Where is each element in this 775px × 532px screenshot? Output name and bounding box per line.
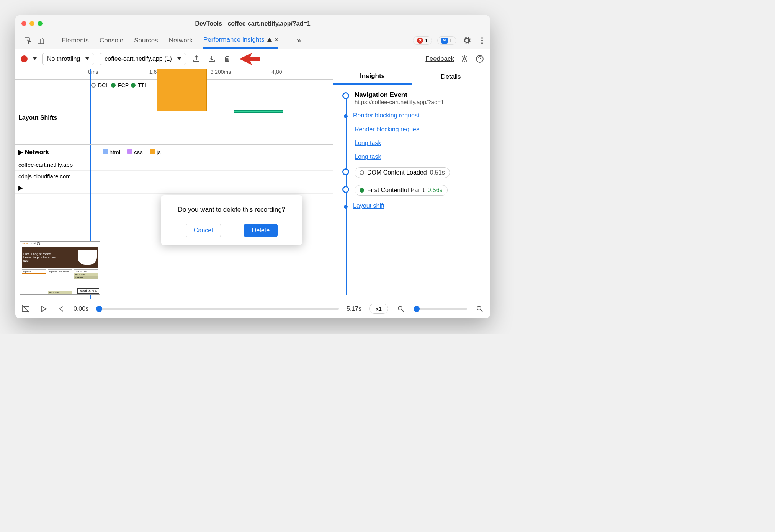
- timeline-dot: [344, 114, 348, 118]
- thumbnail-total: Total: $0.00: [77, 288, 99, 294]
- import-icon[interactable]: [207, 54, 217, 64]
- svg-rect-2: [41, 39, 44, 44]
- css-legend-icon: [127, 149, 132, 154]
- message-badge[interactable]: ✉ 1: [437, 36, 456, 45]
- navigation-event-title: Navigation Event: [355, 91, 444, 99]
- panel-tabbar: Elements Console Sources Network Perform…: [15, 32, 490, 49]
- chevron-down-icon: [85, 57, 89, 60]
- throttling-select[interactable]: No throttling: [42, 53, 94, 65]
- playback-start-time: 0.00s: [74, 305, 88, 312]
- insights-list: Navigation Event https://coffee-cart.net…: [333, 85, 490, 299]
- render-expand-icon[interactable]: ▶: [15, 182, 333, 194]
- lcp-block[interactable]: [157, 69, 207, 111]
- network-row[interactable]: coffee-cart.netlify.app: [15, 159, 333, 171]
- help-icon[interactable]: [475, 54, 485, 64]
- rewind-icon[interactable]: [56, 304, 66, 314]
- dialog-message: Do you want to delete this recording?: [170, 206, 293, 214]
- network-row[interactable]: cdnjs.cloudflare.com: [15, 171, 333, 182]
- js-legend-icon: [150, 149, 155, 154]
- titlebar: DevTools - coffee-cart.netlify.app/?ad=1: [15, 15, 490, 32]
- svg-point-6: [463, 58, 466, 60]
- close-window[interactable]: [21, 21, 26, 26]
- tab-network[interactable]: Network: [169, 32, 193, 49]
- long-task-link[interactable]: Long task: [355, 153, 381, 160]
- tabs-overflow-icon[interactable]: »: [297, 36, 301, 45]
- chevron-down-icon: [177, 57, 181, 60]
- settings-gear-icon[interactable]: [462, 36, 472, 46]
- delete-confirmation-dialog: Do you want to delete this recording? Ca…: [161, 195, 302, 245]
- insights-panel: Insights Details Navigation Event https:…: [333, 69, 490, 299]
- ruler-tick: 3,200ms: [211, 69, 272, 79]
- tab-console[interactable]: Console: [100, 32, 123, 49]
- dcl-chip-icon: [360, 170, 364, 175]
- recording-select[interactable]: coffee-cart.netlify.app (1): [100, 53, 186, 65]
- message-icon: ✉: [441, 38, 448, 44]
- panel-tab-insights[interactable]: Insights: [333, 69, 412, 85]
- feedback-link[interactable]: Feedback: [425, 55, 454, 63]
- layout-shifts-section: Layout Shifts: [15, 91, 333, 145]
- ruler-tick: 4,80: [271, 69, 333, 79]
- cancel-button[interactable]: Cancel: [186, 224, 221, 237]
- main-content: 0ms 1,600ms 3,200ms 4,80 DCL FCP TTI LCP…: [15, 69, 490, 299]
- fcp-chip[interactable]: First Contentful Paint 0.56s: [355, 185, 448, 196]
- error-icon: ✕: [417, 38, 423, 44]
- fcp-chip-icon: [360, 188, 364, 193]
- tab-elements[interactable]: Elements: [62, 32, 89, 49]
- screenshot-toggle-icon[interactable]: [21, 304, 31, 314]
- render-blocking-link[interactable]: Render blocking request: [355, 126, 421, 133]
- ruler-tick: 0ms: [88, 69, 149, 79]
- pointer-arrow-annotation: [237, 51, 260, 67]
- svg-point-4: [481, 40, 483, 41]
- playback-footer: 0.00s 5.17s x1: [15, 299, 490, 318]
- kebab-menu-icon[interactable]: [477, 36, 487, 46]
- record-button[interactable]: [21, 55, 28, 62]
- playback-slider[interactable]: [96, 308, 339, 310]
- export-icon[interactable]: [191, 54, 201, 64]
- timeline-marker: [342, 186, 349, 193]
- network-expand-icon[interactable]: ▶ Network: [18, 149, 49, 156]
- zoom-slider[interactable]: [414, 308, 467, 310]
- dcl-chip[interactable]: DOM Content Loaded 0.51s: [355, 167, 450, 178]
- devtools-window: DevTools - coffee-cart.netlify.app/?ad=1…: [15, 15, 490, 318]
- window-title: DevTools - coffee-cart.netlify.app/?ad=1: [15, 20, 490, 27]
- dcl-marker-icon: [91, 83, 96, 88]
- maximize-window[interactable]: [38, 21, 43, 26]
- record-options-caret[interactable]: [33, 57, 37, 60]
- delete-icon[interactable]: [222, 54, 232, 64]
- timeline-area: 0ms 1,600ms 3,200ms 4,80 DCL FCP TTI LCP…: [15, 69, 333, 299]
- fcp-marker-icon: [111, 83, 116, 88]
- play-icon[interactable]: [38, 304, 48, 314]
- navigation-url: https://coffee-cart.netlify.app/?ad=1: [355, 99, 444, 105]
- long-task-link[interactable]: Long task: [355, 140, 381, 147]
- timeline-marker: [342, 92, 349, 99]
- minimize-window[interactable]: [29, 21, 34, 26]
- tti-marker-icon: [131, 83, 136, 88]
- layout-shift-link[interactable]: Layout shift: [353, 202, 384, 209]
- playback-end-time: 5.17s: [347, 305, 361, 312]
- frame-thumbnail: menucart (0) Free 1 bag of coffee beans …: [20, 241, 100, 295]
- inspect-icon[interactable]: [23, 36, 33, 46]
- recording-toolbar: No throttling coffee-cart.netlify.app (1…: [15, 49, 490, 69]
- tab-performance-insights[interactable]: Performance insights ×: [203, 32, 278, 49]
- zoom-in-icon[interactable]: [475, 304, 485, 314]
- tab-close-icon[interactable]: ×: [275, 36, 279, 44]
- zoom-out-icon[interactable]: [396, 304, 406, 314]
- timeline-marker: [342, 168, 349, 175]
- playback-speed[interactable]: x1: [369, 304, 388, 314]
- timeline-dot: [344, 205, 348, 209]
- panel-tab-details[interactable]: Details: [412, 69, 490, 85]
- error-badge[interactable]: ✕ 1: [413, 36, 432, 45]
- flask-icon: [267, 37, 272, 42]
- cls-block[interactable]: [234, 110, 283, 113]
- device-toggle-icon[interactable]: [36, 36, 46, 46]
- html-legend-icon: [103, 149, 108, 154]
- window-controls: [21, 21, 43, 26]
- panel-settings-icon[interactable]: [459, 54, 469, 64]
- tab-sources[interactable]: Sources: [134, 32, 158, 49]
- svg-point-3: [481, 37, 483, 39]
- svg-point-5: [481, 42, 483, 44]
- render-blocking-link[interactable]: Render blocking request: [353, 112, 419, 119]
- delete-button[interactable]: Delete: [244, 224, 278, 237]
